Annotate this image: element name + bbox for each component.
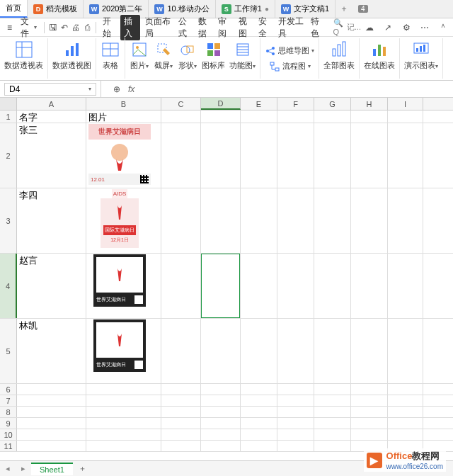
- cell[interactable]: [201, 395, 241, 406]
- cell[interactable]: 张三: [17, 123, 86, 188]
- cell[interactable]: [201, 418, 241, 429]
- share-icon[interactable]: ↗: [382, 22, 394, 33]
- cell[interactable]: [314, 123, 351, 188]
- all-charts-button[interactable]: 全部图表: [323, 40, 355, 71]
- cell[interactable]: [17, 407, 86, 417]
- insert-function-icon[interactable]: ⊕: [111, 84, 122, 95]
- cell[interactable]: [161, 384, 201, 395]
- cell[interactable]: [241, 429, 277, 440]
- cell[interactable]: [161, 123, 201, 188]
- row-header[interactable]: 2: [0, 123, 17, 188]
- cell[interactable]: [351, 188, 388, 253]
- cell[interactable]: [17, 429, 86, 440]
- cell[interactable]: AIDS国际艾滋病日12月1日: [86, 188, 161, 253]
- cell[interactable]: [277, 319, 314, 383]
- more-icon[interactable]: ⋯: [419, 22, 430, 33]
- cell[interactable]: 赵言: [17, 254, 86, 318]
- col-header-G[interactable]: G: [314, 98, 351, 110]
- menu-view[interactable]: 视图: [236, 16, 253, 40]
- row-header[interactable]: 11: [0, 441, 17, 451]
- sheet-nav-prev[interactable]: ◂: [0, 464, 16, 473]
- cell[interactable]: [277, 418, 314, 429]
- row-header[interactable]: 10: [0, 429, 17, 440]
- cell[interactable]: [351, 110, 388, 123]
- row-header[interactable]: 5: [0, 319, 17, 383]
- cell[interactable]: [201, 384, 241, 395]
- cell[interactable]: [161, 395, 201, 406]
- shapes-button[interactable]: 形状▾: [178, 40, 197, 71]
- menu-start[interactable]: 开始: [101, 16, 117, 40]
- cell[interactable]: [388, 188, 423, 253]
- cell[interactable]: [388, 319, 423, 383]
- embedded-image[interactable]: 世界艾滋病日: [88, 319, 151, 372]
- row-header[interactable]: 8: [0, 407, 17, 417]
- undo-icon[interactable]: ↶: [60, 22, 69, 33]
- menu-data[interactable]: 数据: [196, 16, 213, 40]
- present-charts-button[interactable]: 演示图表▾: [404, 40, 438, 71]
- cloud-icon[interactable]: ☁: [364, 22, 375, 33]
- cell[interactable]: [241, 123, 277, 188]
- online-charts-button[interactable]: 在线图表: [364, 40, 395, 71]
- cell[interactable]: 世界艾滋病日: [86, 319, 161, 383]
- cell[interactable]: [277, 123, 314, 188]
- flowchart-button[interactable]: 流程图▾: [269, 61, 311, 72]
- embedded-image[interactable]: AIDS国际艾滋病日12月1日: [88, 189, 151, 248]
- cell[interactable]: [201, 188, 241, 253]
- cell[interactable]: [314, 407, 351, 417]
- table-button[interactable]: 表格: [101, 40, 120, 71]
- cell[interactable]: 世界艾滋病日: [86, 254, 161, 318]
- col-header-H[interactable]: H: [351, 98, 388, 110]
- cell[interactable]: [86, 418, 161, 429]
- menu-security[interactable]: 安全: [256, 16, 273, 40]
- cell[interactable]: [388, 395, 423, 406]
- cell[interactable]: [201, 319, 241, 383]
- cell[interactable]: [277, 384, 314, 395]
- cell[interactable]: [86, 395, 161, 406]
- cell[interactable]: [277, 395, 314, 406]
- cell[interactable]: [351, 254, 388, 318]
- pivot-table-button[interactable]: 数据透视表: [4, 40, 43, 71]
- cell[interactable]: [314, 441, 351, 451]
- cell[interactable]: [201, 110, 241, 123]
- app-menu-button[interactable]: ≡: [4, 22, 15, 33]
- tab-overflow[interactable]: 4: [352, 0, 374, 18]
- cell[interactable]: [201, 123, 241, 188]
- col-header-E[interactable]: E: [241, 98, 277, 110]
- function-chart-button[interactable]: 功能图▾: [229, 40, 256, 71]
- row-header[interactable]: 9: [0, 418, 17, 429]
- mindmap-button[interactable]: 思维导图▾: [265, 45, 314, 57]
- cell[interactable]: [351, 384, 388, 395]
- embedded-image[interactable]: 世界艾滋病日12.01: [88, 124, 151, 185]
- cell[interactable]: [388, 407, 423, 417]
- cell[interactable]: [241, 254, 277, 318]
- menu-formula[interactable]: 公式: [176, 16, 193, 40]
- cell[interactable]: [241, 418, 277, 429]
- menu-pagelayout[interactable]: 页面布局: [143, 16, 173, 40]
- cell[interactable]: [277, 407, 314, 417]
- cell[interactable]: [241, 319, 277, 383]
- cell[interactable]: [161, 418, 201, 429]
- preview-icon[interactable]: ⎙: [83, 22, 91, 33]
- row-header[interactable]: 4: [0, 254, 17, 318]
- cell[interactable]: [161, 429, 201, 440]
- cell[interactable]: [388, 429, 423, 440]
- cell[interactable]: [86, 429, 161, 440]
- cell[interactable]: [17, 384, 86, 395]
- cell[interactable]: [351, 395, 388, 406]
- col-header-I[interactable]: I: [388, 98, 423, 110]
- picture-button[interactable]: 图片▾: [130, 40, 149, 71]
- cell[interactable]: [241, 441, 277, 451]
- cell[interactable]: [201, 254, 241, 318]
- icon-library-button[interactable]: 图标库: [202, 40, 225, 71]
- cell[interactable]: [241, 407, 277, 417]
- cell[interactable]: [388, 254, 423, 318]
- cell[interactable]: [161, 407, 201, 417]
- pivot-chart-button[interactable]: 数据透视图: [52, 40, 91, 71]
- collapse-ribbon-icon[interactable]: ＾: [437, 22, 449, 33]
- menu-insert[interactable]: 插入: [120, 15, 140, 40]
- cell[interactable]: [241, 110, 277, 123]
- cell[interactable]: [277, 254, 314, 318]
- cell[interactable]: [277, 110, 314, 123]
- cell[interactable]: [241, 395, 277, 406]
- col-header-A[interactable]: A: [17, 98, 86, 110]
